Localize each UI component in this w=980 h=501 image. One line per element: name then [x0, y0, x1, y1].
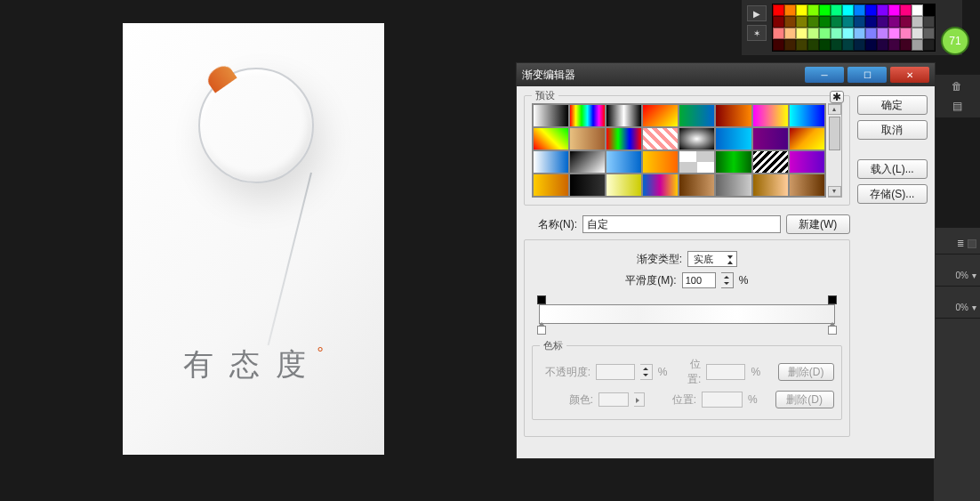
swatch[interactable] [784, 4, 796, 16]
dock-row[interactable]: ≣ [934, 233, 980, 255]
preset-cell[interactable] [752, 104, 789, 127]
preset-cell[interactable] [752, 150, 789, 174]
swatch[interactable] [888, 16, 900, 28]
swatch[interactable] [796, 4, 807, 16]
swatch[interactable] [796, 16, 807, 28]
swatch[interactable] [773, 28, 784, 39]
swatch[interactable] [831, 28, 842, 39]
swatch[interactable] [773, 4, 784, 16]
swatch[interactable] [773, 39, 784, 51]
swatch[interactable] [912, 4, 923, 16]
dialog-titlebar[interactable]: 渐变编辑器 ─ ☐ ✕ [517, 63, 935, 86]
preset-cell[interactable] [679, 127, 715, 150]
swatch[interactable] [842, 28, 854, 39]
preset-scrollbar[interactable]: ▴ ▾ [828, 103, 842, 198]
preset-cell[interactable] [606, 150, 642, 174]
swatch[interactable] [807, 4, 819, 16]
swatch[interactable] [807, 28, 819, 39]
opacity-stop-left[interactable] [537, 295, 546, 304]
swatch[interactable] [842, 4, 854, 16]
preset-cell[interactable] [569, 104, 606, 127]
swatch[interactable] [923, 39, 935, 51]
swatch[interactable] [773, 16, 784, 28]
swatch[interactable] [923, 4, 935, 16]
swatch[interactable] [819, 39, 831, 51]
save-button[interactable]: 存储(S)... [857, 184, 928, 204]
swatch[interactable] [877, 39, 888, 51]
cancel-button[interactable]: 取消 [857, 120, 928, 140]
swatch[interactable] [900, 16, 912, 28]
minimize-button[interactable]: ─ [805, 67, 844, 83]
brush-icon[interactable]: ✶ [747, 25, 767, 41]
swatch[interactable] [865, 16, 877, 28]
preset-cell[interactable] [789, 127, 825, 150]
panel-toggle-icon[interactable]: ▤ [949, 98, 965, 114]
swatch[interactable] [784, 39, 796, 51]
swatch[interactable] [807, 39, 819, 51]
preset-cell[interactable] [606, 127, 642, 150]
swatch[interactable] [854, 4, 865, 16]
swatch[interactable] [819, 28, 831, 39]
close-button[interactable]: ✕ [890, 67, 929, 83]
scroll-thumb[interactable] [829, 117, 840, 150]
preset-cell[interactable] [752, 127, 789, 150]
swatch[interactable] [842, 16, 854, 28]
swatch[interactable] [784, 28, 796, 39]
preset-cell[interactable] [789, 174, 825, 197]
play-icon[interactable]: ▶ [747, 5, 767, 21]
preset-cell[interactable] [569, 150, 606, 174]
dock-row[interactable]: 0%▾ [934, 297, 980, 319]
swatch[interactable] [888, 4, 900, 16]
swatch[interactable] [854, 39, 865, 51]
swatch[interactable] [900, 28, 912, 39]
scroll-up-arrow[interactable]: ▴ [828, 104, 841, 115]
gradient-bar-area[interactable] [532, 294, 842, 340]
preset-cell[interactable] [642, 104, 679, 127]
swatch[interactable] [912, 39, 923, 51]
preset-cell[interactable] [606, 104, 642, 127]
preset-cell[interactable] [679, 174, 715, 197]
swatch[interactable] [900, 39, 912, 51]
preset-cell[interactable] [715, 127, 751, 150]
preset-cell[interactable] [752, 174, 789, 197]
swatch[interactable] [877, 16, 888, 28]
swatch[interactable] [865, 4, 877, 16]
swatch[interactable] [842, 39, 854, 51]
swatch[interactable] [831, 39, 842, 51]
preset-cell[interactable] [569, 127, 606, 150]
swatch[interactable] [912, 28, 923, 39]
smoothness-spinner[interactable] [721, 272, 734, 288]
preset-cell[interactable] [715, 174, 751, 197]
new-button[interactable]: 新建(W) [786, 214, 850, 234]
preset-cell[interactable] [642, 150, 679, 174]
load-button[interactable]: 载入(L)... [857, 159, 928, 179]
swatch[interactable] [854, 16, 865, 28]
preset-cell[interactable] [533, 104, 569, 127]
type-select[interactable]: 实底 [687, 251, 737, 267]
swatch[interactable] [796, 28, 807, 39]
preset-cell[interactable] [533, 150, 569, 174]
smoothness-input[interactable]: 100 [682, 272, 716, 288]
preset-cell[interactable] [569, 174, 606, 197]
preset-cell[interactable] [533, 127, 569, 150]
swatch[interactable] [923, 28, 935, 39]
gradient-bar[interactable] [539, 304, 835, 324]
preset-cell[interactable] [715, 150, 751, 174]
preset-cell[interactable] [533, 174, 569, 197]
swatch[interactable] [888, 39, 900, 51]
trash-icon[interactable]: 🗑 [949, 78, 965, 94]
swatch[interactable] [865, 39, 877, 51]
swatch[interactable] [854, 28, 865, 39]
preset-cell[interactable] [679, 150, 715, 174]
color-stop-right[interactable] [828, 326, 837, 335]
swatch[interactable] [888, 28, 900, 39]
swatch[interactable] [923, 16, 935, 28]
opacity-stop-right[interactable] [828, 295, 837, 304]
maximize-button[interactable]: ☐ [847, 67, 887, 83]
swatch[interactable] [819, 16, 831, 28]
preset-cell[interactable] [789, 150, 825, 174]
preset-cell[interactable] [606, 174, 642, 197]
preset-cell[interactable] [789, 104, 825, 127]
swatch[interactable] [877, 28, 888, 39]
preset-cell[interactable] [679, 104, 715, 127]
